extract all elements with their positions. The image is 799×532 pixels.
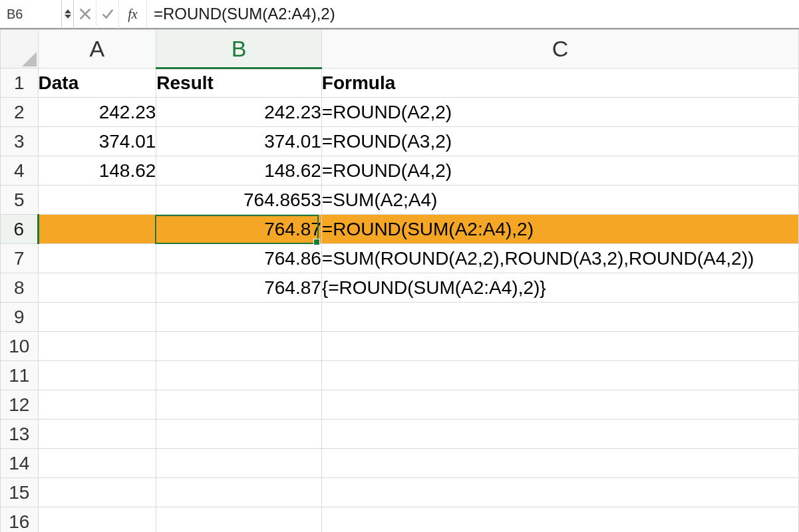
row-header-3[interactable]: 3 [1, 127, 39, 156]
cell-value: 148.62 [264, 160, 321, 181]
cell-B14[interactable] [156, 449, 321, 478]
cell-B8[interactable]: 764.87 [156, 273, 321, 303]
cell-value: =ROUND(A3,2) [322, 131, 452, 152]
cell-B13[interactable] [156, 420, 321, 449]
check-icon [102, 8, 114, 20]
row-header-1[interactable]: 1 [1, 68, 39, 98]
cell-C8[interactable]: {=ROUND(SUM(A2:A4),2)} [321, 273, 798, 303]
row-header-4[interactable]: 4 [1, 156, 39, 186]
cell-B5[interactable]: 764.8653 [156, 186, 321, 215]
row-header-7[interactable]: 7 [1, 244, 39, 273]
cell-C16[interactable] [321, 507, 798, 533]
cell-B9[interactable] [156, 303, 321, 332]
row-header-2[interactable]: 2 [1, 98, 39, 127]
cell-C15[interactable] [321, 478, 798, 507]
formula-bar: B6 fx =ROUND(SUM(A2:A4),2) [0, 0, 799, 29]
cell-value: 374.01 [264, 131, 321, 152]
table-row: 2242.23242.23=ROUND(A2,2) [1, 98, 799, 127]
accept-formula-button[interactable] [96, 0, 119, 29]
table-row: 6764.87=ROUND(SUM(A2:A4),2) [1, 215, 799, 244]
column-header-C[interactable]: C [321, 30, 798, 68]
column-header-B[interactable]: B [156, 30, 321, 68]
name-box-spinner[interactable] [62, 0, 74, 29]
cell-value: 374.01 [99, 131, 156, 152]
row-header-12[interactable]: 12 [1, 390, 39, 420]
cell-value: 764.87 [264, 219, 321, 239]
cell-A14[interactable] [38, 449, 156, 478]
cell-A3[interactable]: 374.01 [38, 127, 156, 156]
row-header-6[interactable]: 6 [1, 215, 39, 244]
cell-A11[interactable] [38, 361, 156, 390]
cell-A5[interactable] [38, 186, 156, 215]
cell-C2[interactable]: =ROUND(A2,2) [321, 98, 798, 127]
cell-A9[interactable] [38, 303, 156, 332]
cell-B4[interactable]: 148.62 [156, 156, 321, 186]
chevron-up-icon [65, 9, 71, 13]
table-row: 11 [1, 361, 799, 390]
name-box[interactable]: B6 [0, 0, 62, 29]
insert-function-button[interactable]: fx [119, 0, 147, 29]
formula-input[interactable]: =ROUND(SUM(A2:A4),2) [147, 0, 799, 29]
spreadsheet-grid[interactable]: A B C 1DataResultFormula2242.23242.23=RO… [0, 29, 799, 532]
column-header-A[interactable]: A [38, 30, 156, 68]
cell-C5[interactable]: =SUM(A2;A4) [321, 186, 798, 215]
cell-B6[interactable]: 764.87 [156, 215, 321, 244]
cell-B3[interactable]: 374.01 [156, 127, 321, 156]
table-row: 9 [1, 303, 799, 332]
cell-value: Data [39, 72, 79, 93]
select-all-corner[interactable] [1, 30, 39, 68]
cell-B16[interactable] [156, 507, 321, 533]
cell-C3[interactable]: =ROUND(A3,2) [321, 127, 798, 156]
cell-A2[interactable]: 242.23 [38, 98, 156, 127]
cell-A16[interactable] [38, 507, 156, 533]
cell-A7[interactable] [38, 244, 156, 273]
cell-A15[interactable] [38, 478, 156, 507]
cell-C14[interactable] [321, 449, 798, 478]
cell-C6[interactable]: =ROUND(SUM(A2:A4),2) [321, 215, 798, 244]
row-header-14[interactable]: 14 [1, 449, 39, 478]
cell-B2[interactable]: 242.23 [156, 98, 321, 127]
cell-B7[interactable]: 764.86 [156, 244, 321, 273]
row-header-8[interactable]: 8 [1, 273, 39, 303]
row-header-9[interactable]: 9 [1, 303, 39, 332]
cell-A4[interactable]: 148.62 [38, 156, 156, 186]
cell-value: =SUM(A2;A4) [322, 190, 438, 210]
cell-value: 148.62 [99, 160, 156, 181]
cell-value: Result [156, 72, 214, 93]
cell-A1[interactable]: Data [38, 68, 156, 98]
cell-C12[interactable] [321, 390, 798, 420]
table-row: 16 [1, 507, 799, 533]
cell-value: 764.8653 [243, 190, 321, 210]
cell-A10[interactable] [38, 332, 156, 361]
cell-C9[interactable] [321, 303, 798, 332]
row-header-13[interactable]: 13 [1, 420, 39, 449]
cell-C13[interactable] [321, 420, 798, 449]
cell-B15[interactable] [156, 478, 321, 507]
cell-C11[interactable] [321, 361, 798, 390]
cell-value: 764.87 [264, 277, 321, 298]
cell-A8[interactable] [38, 273, 156, 303]
cell-value: =ROUND(A4,2) [322, 160, 452, 181]
cell-value: =ROUND(SUM(A2:A4),2) [322, 219, 534, 239]
cell-A12[interactable] [38, 390, 156, 420]
cell-B1[interactable]: Result [156, 68, 321, 98]
chevron-down-icon [65, 15, 71, 19]
row-header-11[interactable]: 11 [1, 361, 39, 390]
row-header-15[interactable]: 15 [1, 478, 39, 507]
cell-A6[interactable] [38, 215, 156, 244]
row-header-10[interactable]: 10 [1, 332, 39, 361]
cell-B10[interactable] [156, 332, 321, 361]
cell-value: 242.23 [264, 102, 321, 122]
table-row: 13 [1, 420, 799, 449]
cell-C7[interactable]: =SUM(ROUND(A2,2),ROUND(A3,2),ROUND(A4,2)… [321, 244, 798, 273]
cancel-formula-button[interactable] [74, 0, 96, 29]
row-header-16[interactable]: 16 [1, 507, 39, 533]
cell-C4[interactable]: =ROUND(A4,2) [321, 156, 798, 186]
cell-B12[interactable] [156, 390, 321, 420]
table-row: 14 [1, 449, 799, 478]
cell-A13[interactable] [38, 420, 156, 449]
cell-C1[interactable]: Formula [321, 68, 798, 98]
row-header-5[interactable]: 5 [1, 186, 39, 215]
cell-C10[interactable] [321, 332, 798, 361]
cell-B11[interactable] [156, 361, 321, 390]
